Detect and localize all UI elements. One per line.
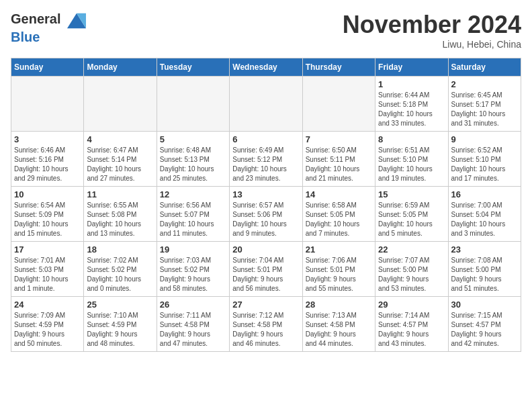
day-number: 19 [160, 244, 226, 255]
day-number: 16 [451, 189, 518, 199]
day-info: Sunrise: 7:04 AMSunset: 5:01 PMDaylight:… [232, 256, 299, 293]
calendar-table: SundayMondayTuesdayWednesdayThursdayFrid… [11, 58, 521, 352]
day-info: Sunrise: 6:48 AMSunset: 5:13 PMDaylight:… [160, 146, 226, 183]
week-row-2: 3Sunrise: 6:46 AMSunset: 5:16 PMDaylight… [11, 132, 521, 187]
calendar-cell: 10Sunrise: 6:54 AMSunset: 5:09 PMDayligh… [11, 187, 84, 242]
calendar-cell [157, 77, 229, 132]
month-title: November 2024 [343, 11, 521, 39]
day-header-wednesday: Wednesday [230, 58, 302, 77]
title-block: November 2024 Liwu, Hebei, China [343, 11, 521, 50]
day-info: Sunrise: 7:12 AMSunset: 4:58 PMDaylight:… [232, 311, 299, 349]
day-number: 14 [306, 189, 372, 199]
calendar-cell: 19Sunrise: 7:03 AMSunset: 5:02 PMDayligh… [157, 242, 229, 297]
day-info: Sunrise: 6:51 AMSunset: 5:10 PMDaylight:… [378, 146, 445, 183]
calendar-cell: 24Sunrise: 7:09 AMSunset: 4:59 PMDayligh… [11, 297, 84, 352]
day-info: Sunrise: 6:52 AMSunset: 5:10 PMDaylight:… [451, 146, 518, 183]
day-number: 24 [14, 300, 81, 310]
calendar-cell: 12Sunrise: 6:56 AMSunset: 5:07 PMDayligh… [157, 187, 229, 242]
day-info: Sunrise: 7:09 AMSunset: 4:59 PMDaylight:… [14, 311, 81, 349]
calendar-cell: 22Sunrise: 7:07 AMSunset: 5:00 PMDayligh… [375, 242, 448, 297]
calendar-cell: 8Sunrise: 6:51 AMSunset: 5:10 PMDaylight… [375, 132, 448, 187]
calendar-cell: 4Sunrise: 6:47 AMSunset: 5:14 PMDaylight… [84, 132, 157, 187]
day-number: 27 [232, 300, 299, 310]
day-header-monday: Monday [84, 58, 157, 77]
day-number: 17 [14, 244, 81, 255]
day-number: 4 [87, 134, 153, 144]
calendar-cell: 18Sunrise: 7:02 AMSunset: 5:02 PMDayligh… [84, 242, 157, 297]
day-info: Sunrise: 7:15 AMSunset: 4:57 PMDaylight:… [451, 311, 518, 349]
day-header-friday: Friday [375, 58, 448, 77]
day-number: 10 [14, 189, 81, 199]
day-info: Sunrise: 6:56 AMSunset: 5:07 PMDaylight:… [160, 201, 226, 238]
day-number: 1 [378, 79, 445, 89]
day-info: Sunrise: 6:58 AMSunset: 5:05 PMDaylight:… [306, 201, 372, 238]
day-header-saturday: Saturday [448, 58, 521, 77]
day-info: Sunrise: 7:02 AMSunset: 5:02 PMDaylight:… [87, 256, 153, 293]
calendar-cell: 16Sunrise: 7:00 AMSunset: 5:04 PMDayligh… [448, 187, 521, 242]
calendar-cell: 13Sunrise: 6:57 AMSunset: 5:06 PMDayligh… [230, 187, 302, 242]
calendar-cell: 25Sunrise: 7:10 AMSunset: 4:59 PMDayligh… [84, 297, 157, 352]
calendar-cell: 9Sunrise: 6:52 AMSunset: 5:10 PMDaylight… [448, 132, 521, 187]
day-info: Sunrise: 7:03 AMSunset: 5:02 PMDaylight:… [160, 256, 226, 293]
calendar-cell: 27Sunrise: 7:12 AMSunset: 4:58 PMDayligh… [230, 297, 302, 352]
day-header-thursday: Thursday [302, 58, 375, 77]
day-info: Sunrise: 7:13 AMSunset: 4:58 PMDaylight:… [306, 311, 372, 349]
day-info: Sunrise: 6:44 AMSunset: 5:18 PMDaylight:… [378, 91, 445, 128]
day-number: 26 [160, 300, 226, 310]
day-info: Sunrise: 7:06 AMSunset: 5:01 PMDaylight:… [306, 256, 372, 293]
calendar-cell [230, 77, 302, 132]
calendar-cell [84, 77, 157, 132]
calendar-cell: 5Sunrise: 6:48 AMSunset: 5:13 PMDaylight… [157, 132, 229, 187]
logo: General Blue [11, 11, 86, 44]
location: Liwu, Hebei, China [343, 39, 521, 50]
calendar-cell [302, 77, 375, 132]
day-number: 12 [160, 189, 226, 199]
day-info: Sunrise: 6:55 AMSunset: 5:08 PMDaylight:… [87, 201, 153, 238]
calendar-cell: 6Sunrise: 6:49 AMSunset: 5:12 PMDaylight… [230, 132, 302, 187]
week-row-5: 24Sunrise: 7:09 AMSunset: 4:59 PMDayligh… [11, 297, 521, 352]
day-info: Sunrise: 7:14 AMSunset: 4:57 PMDaylight:… [378, 311, 445, 349]
day-number: 11 [87, 189, 153, 199]
day-info: Sunrise: 6:49 AMSunset: 5:12 PMDaylight:… [232, 146, 299, 183]
calendar-cell: 21Sunrise: 7:06 AMSunset: 5:01 PMDayligh… [302, 242, 375, 297]
calendar-cell: 28Sunrise: 7:13 AMSunset: 4:58 PMDayligh… [302, 297, 375, 352]
day-number: 28 [306, 300, 372, 310]
week-row-4: 17Sunrise: 7:01 AMSunset: 5:03 PMDayligh… [11, 242, 521, 297]
day-info: Sunrise: 7:01 AMSunset: 5:03 PMDaylight:… [14, 256, 81, 293]
day-number: 5 [160, 134, 226, 144]
day-number: 13 [232, 189, 299, 199]
calendar-cell: 29Sunrise: 7:14 AMSunset: 4:57 PMDayligh… [375, 297, 448, 352]
day-number: 23 [451, 244, 518, 255]
logo-text-general: General [11, 11, 86, 30]
day-info: Sunrise: 7:07 AMSunset: 5:00 PMDaylight:… [378, 256, 445, 293]
day-number: 3 [14, 134, 81, 144]
calendar-cell: 23Sunrise: 7:08 AMSunset: 5:00 PMDayligh… [448, 242, 521, 297]
day-number: 7 [306, 134, 372, 144]
day-info: Sunrise: 6:46 AMSunset: 5:16 PMDaylight:… [14, 146, 81, 183]
week-row-1: 1Sunrise: 6:44 AMSunset: 5:18 PMDaylight… [11, 77, 521, 132]
day-info: Sunrise: 6:45 AMSunset: 5:17 PMDaylight:… [451, 91, 518, 128]
day-info: Sunrise: 7:00 AMSunset: 5:04 PMDaylight:… [451, 201, 518, 238]
day-info: Sunrise: 6:50 AMSunset: 5:11 PMDaylight:… [306, 146, 372, 183]
calendar-cell: 1Sunrise: 6:44 AMSunset: 5:18 PMDaylight… [375, 77, 448, 132]
calendar-cell: 11Sunrise: 6:55 AMSunset: 5:08 PMDayligh… [84, 187, 157, 242]
day-info: Sunrise: 6:59 AMSunset: 5:05 PMDaylight:… [378, 201, 445, 238]
calendar-cell: 30Sunrise: 7:15 AMSunset: 4:57 PMDayligh… [448, 297, 521, 352]
week-row-3: 10Sunrise: 6:54 AMSunset: 5:09 PMDayligh… [11, 187, 521, 242]
calendar-cell: 26Sunrise: 7:11 AMSunset: 4:58 PMDayligh… [157, 297, 229, 352]
day-number: 25 [87, 300, 153, 310]
page-header: General Blue November 2024 Liwu, Hebei, … [11, 11, 521, 50]
calendar-cell: 7Sunrise: 6:50 AMSunset: 5:11 PMDaylight… [302, 132, 375, 187]
day-info: Sunrise: 6:47 AMSunset: 5:14 PMDaylight:… [87, 146, 153, 183]
day-number: 30 [451, 300, 518, 310]
day-number: 29 [378, 300, 445, 310]
day-number: 6 [232, 134, 299, 144]
day-info: Sunrise: 6:57 AMSunset: 5:06 PMDaylight:… [232, 201, 299, 238]
calendar-cell: 14Sunrise: 6:58 AMSunset: 5:05 PMDayligh… [302, 187, 375, 242]
day-header-sunday: Sunday [11, 58, 84, 77]
calendar-cell: 2Sunrise: 6:45 AMSunset: 5:17 PMDaylight… [448, 77, 521, 132]
day-number: 2 [451, 79, 518, 89]
day-number: 21 [306, 244, 372, 255]
calendar-cell: 3Sunrise: 6:46 AMSunset: 5:16 PMDaylight… [11, 132, 84, 187]
day-info: Sunrise: 7:11 AMSunset: 4:58 PMDaylight:… [160, 311, 226, 349]
